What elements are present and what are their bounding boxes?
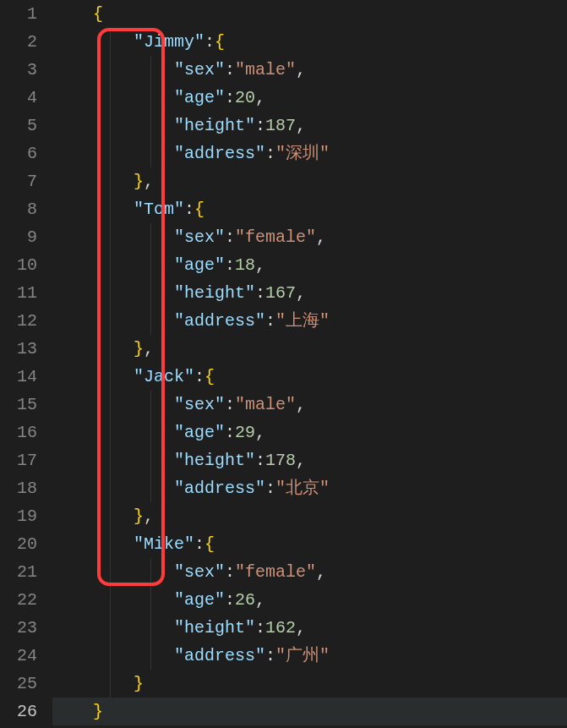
code-line[interactable]: "sex":"female", <box>52 223 567 251</box>
code-line[interactable]: "age":18, <box>52 251 567 279</box>
code-line[interactable]: "height":178, <box>52 446 567 474</box>
code-line[interactable]: "Jack":{ <box>52 363 567 391</box>
line-number: 24 <box>0 642 37 670</box>
code-line[interactable]: "Tom":{ <box>52 195 567 223</box>
line-number: 1 <box>0 0 37 28</box>
line-number: 13 <box>0 335 37 363</box>
code-line[interactable]: }, <box>52 335 567 363</box>
line-number: 8 <box>0 195 37 223</box>
line-number: 21 <box>0 558 37 586</box>
code-line[interactable]: "address":"深圳" <box>52 140 567 167</box>
line-number: 2 <box>0 28 37 56</box>
code-line[interactable]: "height":162, <box>52 614 567 642</box>
line-number: 15 <box>0 391 37 419</box>
code-line[interactable]: }, <box>52 502 567 530</box>
code-line[interactable]: "age":29, <box>52 419 567 446</box>
code-line[interactable]: "address":"上海" <box>52 307 567 335</box>
line-number: 16 <box>0 419 37 446</box>
code-line[interactable]: "address":"广州" <box>52 642 567 670</box>
line-number: 7 <box>0 167 37 195</box>
code-line[interactable]: } <box>52 698 567 725</box>
line-number: 22 <box>0 586 37 614</box>
line-number: 25 <box>0 670 37 698</box>
line-number: 6 <box>0 140 37 167</box>
code-line[interactable]: }, <box>52 167 567 195</box>
line-number: 3 <box>0 56 37 84</box>
line-number: 17 <box>0 446 37 474</box>
line-number: 14 <box>0 363 37 391</box>
line-number: 19 <box>0 502 37 530</box>
code-line[interactable]: "sex":"male", <box>52 56 567 84</box>
line-number: 10 <box>0 251 37 279</box>
code-line[interactable]: "sex":"female", <box>52 558 567 586</box>
line-number-gutter: 1 2 3 4 5 6 7 8 9 10 11 12 13 14 15 16 1… <box>0 0 52 728</box>
code-line[interactable]: "age":20, <box>52 84 567 112</box>
line-number: 26 <box>0 698 37 725</box>
code-area[interactable]: { "Jimmy":{ "sex":"male", "age":20, "hei… <box>52 0 567 728</box>
code-line[interactable]: "sex":"male", <box>52 391 567 419</box>
line-number: 23 <box>0 614 37 642</box>
line-number: 11 <box>0 279 37 307</box>
code-line[interactable]: "height":187, <box>52 112 567 140</box>
line-number: 12 <box>0 307 37 335</box>
code-line[interactable]: "Mike":{ <box>52 530 567 558</box>
code-editor[interactable]: 1 2 3 4 5 6 7 8 9 10 11 12 13 14 15 16 1… <box>0 0 567 728</box>
code-line[interactable]: "address":"北京" <box>52 474 567 502</box>
line-number: 4 <box>0 84 37 112</box>
code-line[interactable]: "height":167, <box>52 279 567 307</box>
line-number: 5 <box>0 112 37 140</box>
line-number: 9 <box>0 223 37 251</box>
code-line[interactable]: "Jimmy":{ <box>52 28 567 56</box>
line-number: 18 <box>0 474 37 502</box>
code-line[interactable]: { <box>52 0 567 28</box>
line-number: 20 <box>0 530 37 558</box>
code-line[interactable]: "age":26, <box>52 586 567 614</box>
code-line[interactable]: } <box>52 670 567 698</box>
